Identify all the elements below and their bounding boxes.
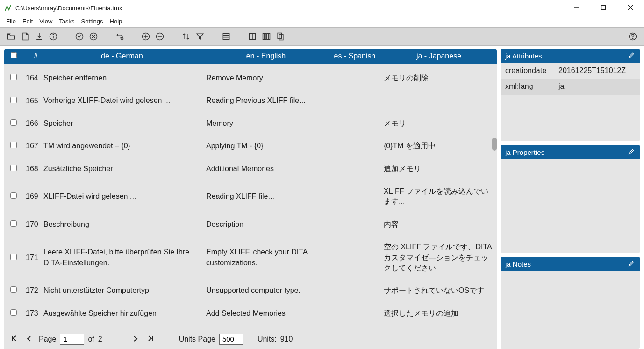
columns-icon[interactable] bbox=[246, 30, 258, 43]
first-page-button[interactable] bbox=[9, 335, 19, 343]
column-es[interactable]: es - Spanish bbox=[329, 50, 381, 62]
cell-de[interactable]: Vorherige XLIFF-Datei wird gelesen ... bbox=[41, 91, 203, 110]
cell-de[interactable]: Nicht unterstützter Computertyp. bbox=[41, 281, 203, 300]
menu-settings[interactable]: Settings bbox=[81, 18, 103, 25]
cell-ja[interactable] bbox=[381, 96, 497, 106]
cell-es[interactable] bbox=[329, 164, 381, 174]
new-file-icon[interactable] bbox=[19, 30, 31, 43]
cell-es[interactable] bbox=[329, 73, 381, 83]
cell-en[interactable]: Applying TM - {0} bbox=[203, 136, 329, 156]
maximize-button[interactable] bbox=[596, 4, 611, 12]
cell-ja[interactable]: サポートされていないOSです bbox=[381, 281, 497, 300]
replace-icon[interactable] bbox=[114, 30, 126, 43]
sort-icon[interactable] bbox=[180, 30, 192, 43]
table-row[interactable]: 171Leere XLIFF-Datei, bitte überprüfen S… bbox=[4, 237, 497, 281]
row-checkbox[interactable] bbox=[10, 74, 17, 80]
cell-es[interactable] bbox=[329, 141, 381, 151]
remove-icon[interactable] bbox=[154, 30, 166, 43]
cell-en[interactable]: Add Selected Memories bbox=[203, 304, 329, 323]
add-icon[interactable] bbox=[140, 30, 152, 43]
units-page-input[interactable] bbox=[219, 334, 243, 345]
scrollbar-thumb[interactable] bbox=[492, 138, 497, 151]
cell-de[interactable]: Beschreibung bbox=[41, 215, 203, 234]
cell-ja[interactable]: {0}TM を適用中 bbox=[381, 136, 497, 156]
cell-es[interactable] bbox=[329, 96, 381, 106]
row-checkbox[interactable] bbox=[10, 220, 17, 227]
minimize-button[interactable] bbox=[569, 4, 584, 12]
filter-icon[interactable] bbox=[194, 30, 206, 43]
open-file-icon[interactable] bbox=[5, 30, 17, 43]
copy-icon[interactable] bbox=[274, 30, 286, 43]
list-icon[interactable] bbox=[220, 30, 232, 43]
edit-notes-icon[interactable] bbox=[628, 260, 635, 269]
menu-view[interactable]: View bbox=[39, 18, 52, 25]
cell-en[interactable]: Additional Memories bbox=[203, 159, 329, 179]
cell-de[interactable]: Speicher bbox=[41, 114, 203, 133]
cell-en[interactable]: Remove Memory bbox=[203, 68, 329, 88]
cell-de[interactable]: Ausgewählte Speicher hinzufügen bbox=[41, 304, 203, 323]
column-ja[interactable]: ja - Japanese bbox=[381, 50, 497, 62]
cell-ja[interactable]: メモリ bbox=[381, 114, 497, 133]
cell-en[interactable]: Description bbox=[203, 215, 329, 234]
table-row[interactable]: 170BeschreibungDescription内容 bbox=[4, 215, 497, 237]
table-row[interactable]: 166SpeicherMemoryメモリ bbox=[4, 114, 497, 136]
save-icon[interactable] bbox=[33, 30, 45, 43]
select-all-checkbox[interactable] bbox=[11, 52, 17, 58]
column-en[interactable]: en - English bbox=[203, 50, 329, 62]
cell-ja[interactable]: 空の XLIFF ファイルです、DITA カスタマイゼ―ションをチェックしてくだ… bbox=[381, 237, 497, 278]
row-checkbox[interactable] bbox=[10, 142, 17, 148]
table-row[interactable]: 167TM wird angewendet – {0}Applying TM -… bbox=[4, 136, 497, 159]
cell-en[interactable]: Unsupported computer type. bbox=[203, 281, 329, 300]
cell-en[interactable]: Empty XLIFF, check your DITA customizati… bbox=[203, 242, 329, 273]
cell-en[interactable]: Reading XLIFF file... bbox=[203, 187, 329, 206]
cell-ja[interactable]: メモリの削除 bbox=[381, 68, 497, 88]
cell-de[interactable]: Speicher entfernen bbox=[41, 68, 203, 88]
table-row[interactable]: 173Ausgewählte Speicher hinzufügenAdd Se… bbox=[4, 304, 497, 326]
row-checkbox[interactable] bbox=[10, 119, 17, 126]
cell-de[interactable]: TM wird angewendet – {0} bbox=[41, 136, 203, 156]
last-page-button[interactable] bbox=[145, 335, 156, 343]
table-row[interactable]: 164Speicher entfernenRemove Memoryメモリの削除 bbox=[4, 68, 497, 91]
menu-tasks[interactable]: Tasks bbox=[59, 18, 74, 25]
table-row[interactable]: 165Vorherige XLIFF-Datei wird gelesen ..… bbox=[4, 91, 497, 113]
cell-de[interactable]: Zusätzliche Speicher bbox=[41, 159, 203, 179]
cell-de[interactable]: Leere XLIFF-Datei, bitte überprüfen Sie … bbox=[41, 242, 203, 273]
cell-en[interactable]: Reading Previous XLIFF file... bbox=[203, 91, 329, 110]
help-icon[interactable] bbox=[627, 30, 639, 43]
row-checkbox[interactable] bbox=[10, 254, 17, 260]
cell-en[interactable]: Memory bbox=[203, 114, 329, 133]
attribute-row[interactable]: creationdate20161225T151012Z bbox=[501, 63, 640, 79]
menu-file[interactable]: File bbox=[6, 18, 16, 25]
menu-help[interactable]: Help bbox=[110, 18, 122, 25]
page-input[interactable] bbox=[60, 334, 84, 345]
table-row[interactable]: 172Nicht unterstützter Computertyp.Unsup… bbox=[4, 281, 497, 303]
cell-es[interactable] bbox=[329, 253, 381, 262]
cancel-icon[interactable] bbox=[87, 30, 100, 43]
row-checkbox[interactable] bbox=[10, 286, 17, 293]
cell-ja[interactable]: 追加メモリ bbox=[381, 159, 497, 179]
table-row[interactable]: 168Zusätzliche SpeicherAdditional Memori… bbox=[4, 159, 497, 182]
cell-ja[interactable]: 内容 bbox=[381, 215, 497, 234]
close-button[interactable] bbox=[623, 4, 638, 12]
cell-es[interactable] bbox=[329, 309, 381, 318]
menu-edit[interactable]: Edit bbox=[22, 18, 33, 25]
cell-ja[interactable]: XLIFF ファイルを読み込んでいます... bbox=[381, 182, 497, 212]
attribute-row[interactable]: xml:langja bbox=[501, 79, 640, 95]
table-row[interactable]: 169XLIFF-Datei wird gelesen ...Reading X… bbox=[4, 182, 497, 215]
row-checkbox[interactable] bbox=[10, 97, 17, 103]
row-checkbox[interactable] bbox=[10, 192, 17, 199]
confirm-icon[interactable] bbox=[73, 30, 86, 43]
cell-de[interactable]: XLIFF-Datei wird gelesen ... bbox=[41, 187, 203, 206]
cell-es[interactable] bbox=[329, 119, 381, 128]
row-checkbox[interactable] bbox=[10, 165, 17, 171]
cell-es[interactable] bbox=[329, 220, 381, 229]
split-icon[interactable] bbox=[260, 30, 272, 43]
next-page-button[interactable] bbox=[130, 335, 141, 343]
cell-es[interactable] bbox=[329, 192, 381, 201]
table-body[interactable]: 164Speicher entfernenRemove Memoryメモリの削除… bbox=[4, 64, 497, 329]
cell-ja[interactable]: 選択したメモリの追加 bbox=[381, 304, 497, 323]
column-number[interactable]: # bbox=[23, 50, 41, 62]
edit-attributes-icon[interactable] bbox=[628, 51, 635, 60]
prev-page-button[interactable] bbox=[24, 335, 34, 343]
column-de[interactable]: de - German bbox=[41, 50, 203, 62]
